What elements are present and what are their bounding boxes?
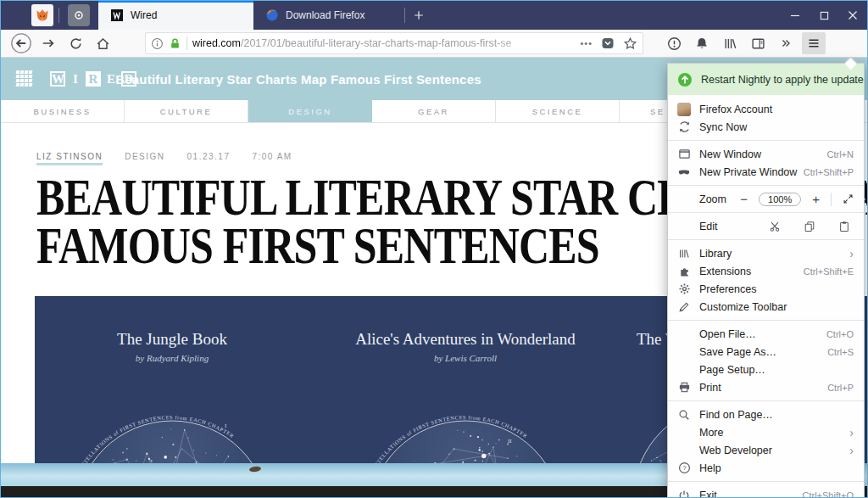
- close-button[interactable]: [838, 1, 867, 30]
- constellation-dome: CONSTELLATIONS of FIRST SENTENCES from E…: [338, 372, 593, 463]
- cut-scissors-icon: [769, 221, 781, 232]
- pocket-icon[interactable]: [601, 36, 615, 50]
- submenu-chevron-icon: ›: [849, 248, 854, 260]
- plus-icon: [413, 9, 425, 21]
- menu-separator: [668, 481, 864, 482]
- menu-item-preferences[interactable]: Preferences: [668, 280, 864, 298]
- menu-item-exit[interactable]: Exit Ctrl+Shift+Q: [668, 486, 864, 498]
- library-button[interactable]: [718, 32, 742, 54]
- menu-item-find-on-page[interactable]: Find on Page…: [668, 406, 864, 423]
- article-category: DESIGN: [125, 152, 164, 161]
- page-info-icon[interactable]: [151, 37, 164, 50]
- back-button[interactable]: [9, 32, 33, 54]
- tab-download-firefox[interactable]: Download Firefox: [253, 1, 404, 30]
- menu-vertical-separator: [831, 193, 832, 206]
- navigation-toolbar: wired.com/2017/01/beautiful-literary-sta…: [1, 30, 867, 58]
- url-bar[interactable]: wired.com/2017/01/beautiful-literary-sta…: [145, 32, 643, 54]
- maximize-button[interactable]: [810, 1, 838, 30]
- menu-separator: [668, 400, 864, 401]
- close-icon: [848, 10, 858, 20]
- firefox-pinned-tab[interactable]: [31, 4, 53, 26]
- search-icon: [677, 408, 691, 422]
- fullscreen-icon: [843, 193, 854, 204]
- menu-zoom-row: Zoom − 100% +: [668, 190, 864, 208]
- minimize-button[interactable]: [781, 1, 810, 30]
- menu-item-customize-toolbar[interactable]: Customize Toolbar: [668, 298, 864, 316]
- settings-pinned-tab[interactable]: [68, 4, 90, 26]
- window-controls: [781, 1, 867, 30]
- nav-tab-design[interactable]: DESIGN: [248, 100, 372, 122]
- menu-item-save-page-as[interactable]: Save Page As… Ctrl+S: [668, 343, 864, 361]
- notification-bell-icon: [694, 36, 709, 51]
- zoom-in-button[interactable]: +: [812, 192, 820, 206]
- chapter-numeral: I: [225, 422, 227, 429]
- menu-separator: [668, 239, 864, 240]
- customize-pencil-icon: [677, 300, 691, 314]
- headline-line2: FAMOUS FIRST SENTENCES: [36, 217, 599, 274]
- wired-favicon: [110, 8, 124, 22]
- menu-item-restart-update[interactable]: Restart Nightly to apply the update: [668, 64, 864, 95]
- overflow-button[interactable]: [774, 32, 798, 54]
- library-icon: [677, 247, 691, 260]
- nav-tab-science[interactable]: SCIENCE: [496, 100, 620, 122]
- power-icon: [677, 489, 691, 498]
- masthead-article-title: Beautiful Literary Star Charts Map Famou…: [1, 72, 596, 87]
- menu-item-firefox-account[interactable]: Firefox Account: [668, 100, 864, 118]
- notifications-button[interactable]: [690, 32, 714, 54]
- fullscreen-button[interactable]: [843, 193, 854, 204]
- back-icon: [10, 32, 32, 54]
- menu-item-open-file[interactable]: Open File… Ctrl+O: [668, 325, 864, 343]
- menu-item-help[interactable]: ? Help: [668, 459, 864, 477]
- gear-tile-icon: [73, 9, 85, 21]
- menu-item-extensions[interactable]: Extensions Ctrl+Shift+E: [668, 262, 864, 280]
- sidebar-button[interactable]: [746, 32, 770, 54]
- menu-item-new-private-window[interactable]: New Private Window Ctrl+Shift+P: [668, 163, 864, 181]
- nav-tab-gear[interactable]: GEAR: [372, 100, 496, 122]
- new-tab-button[interactable]: [405, 1, 432, 30]
- author-link[interactable]: LIZ STINSON: [36, 152, 103, 165]
- url-path: /2017/01/beautiful-literary-star-charts-…: [241, 37, 512, 49]
- cut-button[interactable]: [769, 221, 781, 232]
- hamburger-menu-button[interactable]: [802, 32, 826, 54]
- url-text[interactable]: wired.com/2017/01/beautiful-literary-sta…: [192, 37, 575, 49]
- home-icon: [96, 36, 110, 51]
- reload-button[interactable]: [64, 32, 87, 54]
- menu-item-more[interactable]: More ›: [668, 423, 864, 441]
- tab-wired[interactable]: Wired: [98, 1, 253, 30]
- menu-item-print[interactable]: Print Ctrl+P: [668, 378, 864, 396]
- library-icon: [723, 36, 737, 51]
- submenu-chevron-icon: ›: [849, 445, 854, 456]
- menu-item-sync-now[interactable]: Sync Now: [668, 118, 864, 136]
- home-button[interactable]: [91, 32, 114, 54]
- bookmark-star-icon[interactable]: [623, 36, 637, 51]
- menu-item-web-developer[interactable]: Web Developer ›: [668, 441, 864, 459]
- wallpaper-bird: [249, 466, 262, 473]
- nav-tab-culture[interactable]: CULTURE: [125, 100, 248, 122]
- menu-item-new-window[interactable]: New Window Ctrl+N: [668, 145, 864, 163]
- zoom-out-button[interactable]: −: [740, 192, 748, 206]
- menu-item-library[interactable]: Library ›: [668, 244, 864, 262]
- new-window-icon: [677, 148, 691, 161]
- chapter-numeral: II: [508, 438, 512, 445]
- toolbar-right-icons: [662, 32, 826, 54]
- zoom-level[interactable]: 100%: [759, 193, 801, 206]
- nav-tab-business[interactable]: BUSINESS: [1, 100, 125, 122]
- article-time: 7:00 AM: [252, 152, 292, 161]
- page-actions-icon[interactable]: •••: [580, 38, 593, 48]
- gear-icon: [677, 283, 691, 296]
- menu-item-page-setup[interactable]: Page Setup…: [668, 361, 864, 378]
- chart-book-author: by Lewis Carroll: [333, 353, 598, 363]
- firefox-menu-panel: Restart Nightly to apply the update Fire…: [667, 63, 865, 498]
- lock-secure-icon[interactable]: [169, 37, 181, 50]
- forward-button[interactable]: [36, 32, 60, 54]
- article-headline: BEAUTIFUL LITERARY STAR CHARTS MAPFAMOUS…: [36, 174, 718, 270]
- report-site-issue-button[interactable]: [662, 32, 686, 54]
- paste-button[interactable]: [838, 221, 850, 232]
- tab-title: Download Firefox: [286, 9, 364, 21]
- tab-bar: Wired Download Firefox: [1, 1, 867, 30]
- copy-icon: [804, 221, 815, 232]
- tab-title: Wired: [131, 9, 157, 21]
- star-chart-panel: Alice's Adventures in Wonderland by Lewi…: [333, 330, 598, 463]
- copy-button[interactable]: [804, 221, 815, 232]
- menu-edit-row: Edit: [668, 217, 864, 235]
